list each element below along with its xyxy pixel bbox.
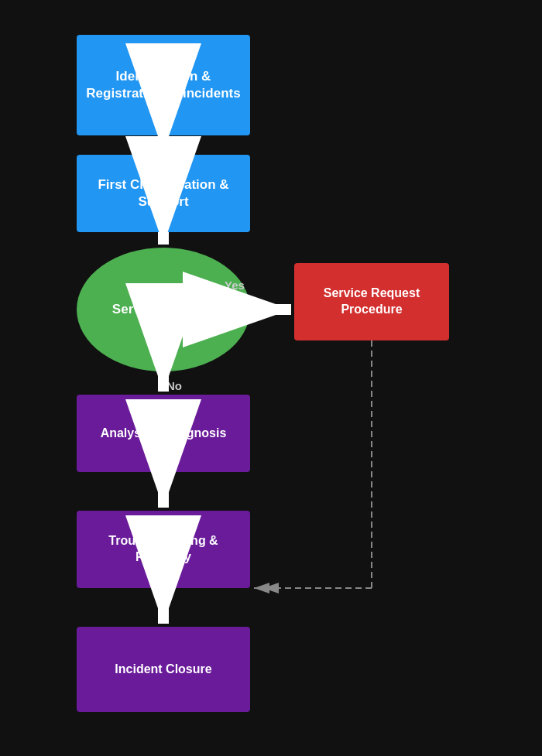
service-request-circle: Service Request [77, 248, 250, 371]
incident-closure-box: Incident Closure [77, 627, 250, 712]
yes-label: Yes [225, 279, 245, 292]
troubleshooting-box: Troubleshooting & Recovery [77, 511, 250, 588]
service-request-procedure-box: Service Request Procedure [294, 263, 449, 340]
classification-box: First Classification & Support [77, 155, 250, 232]
identification-box: Identification & Registration of inciden… [77, 35, 250, 135]
diagram: Identification & Registration of inciden… [0, 0, 542, 756]
analysis-box: Analysis & Diagnosis [77, 395, 250, 472]
no-label: No [166, 379, 182, 392]
